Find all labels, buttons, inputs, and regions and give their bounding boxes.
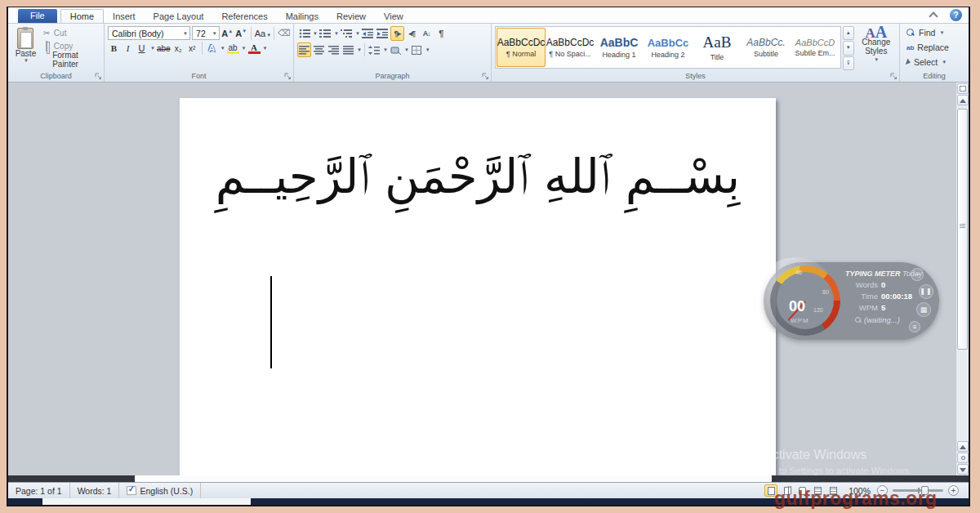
show-hide-pilcrow-button[interactable]: ¶ bbox=[434, 26, 448, 41]
styles-dialog-launcher[interactable] bbox=[890, 73, 898, 80]
document-text: بِسْــمِ ٱللهِ ٱلرَّحْمَنِ ٱلرَّحِيــمِ bbox=[180, 149, 776, 205]
gauge-tick-40: 40 bbox=[795, 270, 802, 275]
document-page[interactable]: بِسْــمِ ٱللهِ ٱلرَّحْمَنِ ٱلرَّحِيــمِ bbox=[180, 98, 776, 475]
increase-indent-button[interactable] bbox=[376, 26, 390, 41]
magnifier-icon bbox=[855, 317, 862, 323]
style-subtle-emphasis[interactable]: AaBbCcD Subtle Em... bbox=[791, 28, 840, 67]
words-row: Words 0 bbox=[845, 280, 915, 289]
style-heading1[interactable]: AaBbC Heading 1 bbox=[595, 28, 644, 67]
style-heading2[interactable]: AaBbCc Heading 2 bbox=[644, 28, 693, 67]
typing-meter-stats-button[interactable]: ▦ bbox=[916, 302, 931, 317]
grow-font-button[interactable]: A▲ bbox=[221, 29, 234, 38]
tab-mailings[interactable]: Mailings bbox=[277, 10, 327, 23]
shading-button[interactable] bbox=[389, 42, 403, 57]
line-spacing-icon bbox=[368, 46, 380, 55]
style-title[interactable]: AaB Title bbox=[693, 28, 742, 67]
select-button[interactable]: Select ▼ bbox=[906, 56, 965, 69]
font-color-button[interactable]: A bbox=[248, 42, 261, 54]
highlight-color-button[interactable]: ab bbox=[227, 43, 239, 54]
vertical-scroll-thumb[interactable] bbox=[957, 109, 968, 350]
scroll-up-button[interactable] bbox=[957, 95, 969, 105]
group-paragraph: ▼ ▼ ▼ bbox=[294, 24, 492, 82]
tab-insert[interactable]: Insert bbox=[104, 10, 145, 23]
paste-button[interactable]: Paste ▼ bbox=[11, 26, 40, 70]
italic-button[interactable]: I bbox=[122, 43, 134, 53]
numbering-icon bbox=[319, 29, 331, 38]
tab-review[interactable]: Review bbox=[327, 10, 375, 23]
ribbon-tabs-row: File Home Insert Page Layout References … bbox=[8, 7, 969, 23]
decrease-indent-button[interactable] bbox=[361, 26, 375, 41]
styles-scroll-down[interactable]: ▼ bbox=[843, 41, 854, 55]
status-spacer bbox=[201, 483, 299, 498]
help-button[interactable]: ? bbox=[950, 9, 962, 21]
language-status[interactable]: English (U.S.) bbox=[119, 483, 201, 498]
shading-icon bbox=[390, 46, 401, 55]
tab-references[interactable]: References bbox=[212, 10, 276, 23]
style-normal[interactable]: AaBbCcDc ¶ Normal bbox=[497, 28, 546, 67]
view-ruler-button[interactable] bbox=[957, 83, 969, 94]
typing-meter-menu-button[interactable]: ≡ bbox=[909, 321, 920, 332]
font-dialog-launcher[interactable] bbox=[284, 73, 292, 80]
gauge-value: 00 bbox=[789, 298, 805, 315]
styles-scroll-up[interactable]: ▲ bbox=[843, 26, 854, 40]
cut-button[interactable]: ✂ Cut bbox=[40, 27, 100, 39]
superscript-button[interactable]: x² bbox=[186, 44, 198, 53]
justify-icon bbox=[343, 46, 354, 55]
select-browse-object-button[interactable] bbox=[957, 453, 969, 463]
change-case-button[interactable]: Aa▼ bbox=[255, 29, 270, 38]
font-family-select[interactable]: Calibri (Body) ▼ bbox=[108, 26, 190, 40]
left-to-right-direction-button[interactable]: ¶▸ bbox=[390, 26, 404, 41]
align-left-button[interactable] bbox=[297, 42, 311, 57]
paragraph-dialog-launcher[interactable] bbox=[482, 73, 489, 80]
shrink-font-button[interactable]: A▼ bbox=[235, 29, 247, 38]
right-to-left-direction-button[interactable]: ◂¶ bbox=[405, 26, 419, 41]
vertical-scrollbar[interactable] bbox=[956, 83, 969, 475]
strikethrough-button[interactable]: abe bbox=[157, 44, 171, 53]
minimize-ribbon-icon[interactable] bbox=[928, 11, 939, 20]
align-right-button[interactable] bbox=[327, 42, 341, 57]
font-size-select[interactable]: 72 ▼ bbox=[192, 26, 220, 40]
bold-button[interactable]: B bbox=[108, 43, 120, 53]
tab-view[interactable]: View bbox=[375, 10, 412, 23]
horizontal-scrollbar[interactable] bbox=[8, 475, 969, 482]
triangle-up-icon bbox=[960, 445, 966, 449]
zoom-in-button[interactable]: + bbox=[948, 485, 959, 496]
page-count[interactable]: Page: 1 of 1 bbox=[8, 483, 70, 498]
typing-meter-minimize-button[interactable]: − bbox=[911, 268, 924, 281]
change-styles-button[interactable]: AA Change Styles ▼ bbox=[857, 26, 896, 70]
typing-meter-widget[interactable]: 40 80 00 120 WPM TYPING METER Today Word… bbox=[764, 262, 939, 340]
style-no-spacing[interactable]: AaBbCcDc ¶ No Spaci... bbox=[546, 28, 595, 67]
bullets-button[interactable] bbox=[297, 26, 311, 41]
typing-meter-pause-button[interactable]: ❚❚ bbox=[919, 284, 933, 299]
sort-button[interactable]: A↓ bbox=[420, 26, 434, 41]
clear-formatting-button[interactable]: ⌫ bbox=[278, 28, 290, 38]
format-painter-button[interactable]: Format Painter bbox=[40, 53, 100, 65]
line-spacing-button[interactable] bbox=[368, 42, 381, 57]
next-page-button[interactable] bbox=[957, 464, 969, 475]
multilevel-list-button[interactable] bbox=[340, 26, 354, 41]
underline-button[interactable]: U bbox=[136, 43, 148, 53]
tab-page-layout[interactable]: Page Layout bbox=[145, 10, 213, 23]
horizontal-scroll-thumb[interactable] bbox=[135, 475, 772, 482]
tab-file[interactable]: File bbox=[18, 9, 57, 23]
wpm-gauge: 40 80 00 120 WPM bbox=[770, 265, 840, 336]
group-clipboard: Paste ▼ ✂ Cut Copy bbox=[8, 24, 105, 82]
style-subtitle[interactable]: AaBbCc. Subtitle bbox=[742, 28, 791, 67]
word-count[interactable]: Words: 1 bbox=[70, 483, 120, 498]
align-center-icon bbox=[314, 46, 324, 55]
clipboard-dialog-launcher[interactable] bbox=[95, 73, 102, 80]
typing-meter-status: (waiting...) bbox=[845, 315, 915, 324]
find-button[interactable]: Find ▼ bbox=[906, 26, 965, 39]
justify-button[interactable] bbox=[341, 42, 355, 57]
styles-gallery-more[interactable]: ⊽ bbox=[843, 56, 854, 70]
subscript-button[interactable]: x₂ bbox=[172, 44, 185, 53]
numbering-button[interactable] bbox=[318, 26, 332, 41]
paste-label: Paste bbox=[16, 49, 37, 58]
previous-page-button[interactable] bbox=[957, 441, 969, 452]
borders-button[interactable] bbox=[410, 42, 424, 57]
tab-home[interactable]: Home bbox=[60, 9, 104, 23]
find-label: Find bbox=[919, 28, 935, 38]
replace-button[interactable]: ab Replace bbox=[906, 41, 965, 54]
text-effects-button[interactable]: A bbox=[206, 43, 218, 53]
align-center-button[interactable] bbox=[312, 42, 326, 57]
